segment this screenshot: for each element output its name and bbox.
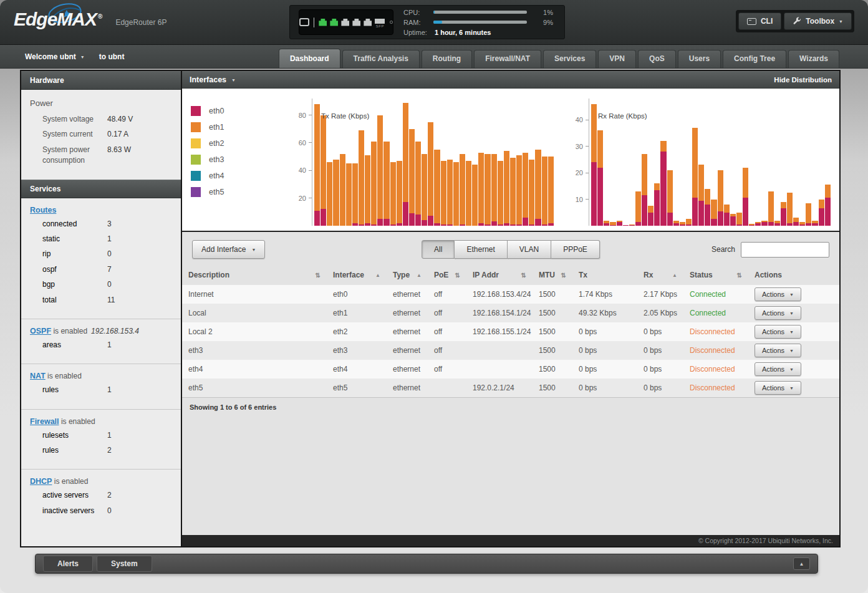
actions-button[interactable]: Actions▼ [755,306,801,320]
sort-asc-icon[interactable]: ▲ [375,272,380,278]
table-row-eth3: eth3eth3ethernetoff15000 bps0 bpsDisconn… [182,341,839,360]
sort-both-icon[interactable]: ⇅ [561,272,566,279]
cli-button[interactable]: CLI [738,12,781,30]
add-interface-button[interactable]: Add Interface ▼ [192,240,265,259]
eth0-segment [825,198,831,226]
table-row-eth2: Local 2eth2ethernetoff192.168.155.1/2415… [182,322,839,341]
welcome-menu[interactable]: Welcome ubnt ▼ to ubnt [25,52,124,61]
column-header-tx[interactable]: Tx [572,267,637,285]
column-header-description[interactable]: Description⇅ [182,267,327,285]
service-heading: OSPF is enabled192.168.153.4 [30,327,172,335]
filter-button-all[interactable]: All [422,240,455,259]
tab-routing[interactable]: Routing [422,50,472,68]
service-row-label: total [42,295,107,306]
actions-button[interactable]: Actions▼ [755,325,801,339]
dock-collapse-button[interactable]: ▲ [793,557,810,570]
chart-bar [371,99,377,226]
actions-cell: Actions▼ [748,322,839,341]
actions-button[interactable]: Actions▼ [755,362,801,376]
sort-both-icon[interactable]: ⇅ [521,272,526,279]
eth1-segment [660,141,666,152]
chart-bar [648,99,653,226]
filter-button-pppoe[interactable]: PPPoE [551,240,600,259]
tab-users[interactable]: Users [678,50,721,68]
service-heading: NAT is enabled [30,372,172,380]
power-row-label: System current [42,129,107,140]
toolbox-button[interactable]: Toolbox ▼ [784,12,852,30]
column-header-rx[interactable]: Rx▲ [637,267,683,285]
eth1-segment [806,203,811,223]
eth0-segment [498,224,503,226]
column-header-status[interactable]: Status⇅ [683,267,748,285]
tab-wizards[interactable]: Wizards [788,50,839,68]
status-badge: Connected [683,304,748,322]
tab-services[interactable]: Services [543,50,596,68]
tab-traffic-analysis[interactable]: Traffic Analysis [342,50,420,68]
actions-button[interactable]: Actions▼ [755,344,801,357]
tab-config-tree[interactable]: Config Tree [723,50,786,68]
service-row-value: 2 [107,490,112,501]
sort-both-icon[interactable]: ⇅ [316,272,321,279]
brand-logo: EdgeMAX® [14,9,102,30]
actions-button[interactable]: Actions▼ [755,287,801,301]
rx-cell: 0 bps [637,378,683,397]
eth3-swatch [191,155,201,165]
hide-distribution-link[interactable]: Hide Distribution [774,76,832,84]
mtu-cell: 1500 [533,285,572,304]
actions-button[interactable]: Actions▼ [755,381,801,395]
service-row: rules2 [30,445,172,456]
sort-asc-icon[interactable]: ▲ [417,272,422,278]
column-header-ip-addr[interactable]: IP Addr⇅ [466,267,533,285]
eth0-segment [698,201,704,226]
sort-both-icon[interactable]: ⇅ [737,272,742,279]
dock-tab-alerts[interactable]: Alerts [43,556,93,572]
firewall-link[interactable]: Firewall [30,417,59,426]
table-filler [182,417,839,535]
eth0-segment [642,195,647,226]
column-header-poe[interactable]: PoE⇅ [428,267,466,285]
chart-y-axis: 10203040 [567,99,589,226]
sort-both-icon[interactable]: ⇅ [455,272,460,279]
actions-label: Actions [762,291,784,298]
tab-firewall-nat[interactable]: Firewall/NAT [474,50,541,68]
bottom-dock: AlertsSystem ▲ [35,554,818,574]
sort-asc-icon[interactable]: ▲ [672,272,677,278]
column-header-type[interactable]: Type▲ [387,267,428,285]
eth1-segment [453,162,459,226]
dock-tab-system[interactable]: System [97,556,152,572]
tab-vpn[interactable]: VPN [598,50,636,68]
uptime-stat: Uptime: 1 hour, 6 minutes [403,29,556,36]
chevron-down-icon[interactable]: ▼ [231,78,236,82]
column-header-mtu[interactable]: MTU⇅ [533,267,572,285]
search-label: Search [711,245,735,254]
actions-label: Actions [762,328,784,335]
service-heading: DHCP is enabled [30,477,172,486]
tab-dashboard[interactable]: Dashboard [279,49,340,68]
dhcp-link[interactable]: DHCP [30,477,52,486]
routes-link[interactable]: Routes [30,206,56,215]
column-header-interface[interactable]: Interface▲ [327,267,387,285]
y-tick-20: 20 [299,195,312,202]
power-row-label: System voltage [42,114,107,125]
chevron-down-icon: ▼ [789,330,794,334]
service-block-dhcp: DHCP is enabledactive servers2inactive s… [21,469,181,529]
service-row-label: connected [42,219,107,229]
terminal-icon [747,18,756,25]
filter-button-ethernet[interactable]: Ethernet [455,240,507,259]
ospf-link[interactable]: OSPF [30,327,51,335]
sfp-label: SFP [376,24,384,28]
service-block-ospf: OSPF is enabled192.168.153.4areas1 [21,319,181,364]
y-tick-80: 80 [299,112,312,119]
tab-qos[interactable]: QoS [638,50,676,68]
main-nav-tabs: DashboardTraffic AnalysisRoutingFirewall… [279,49,839,68]
eth0-segment [447,224,453,226]
eth0-segment [460,224,465,226]
filter-button-vlan[interactable]: VLAN [508,240,551,259]
nat-link[interactable]: NAT [30,372,46,380]
column-header-actions[interactable]: Actions [748,267,839,285]
interfaces-title[interactable]: Interfaces [190,75,226,84]
search-input[interactable] [741,242,829,258]
eth1-segment [390,162,396,224]
ip-cell [466,345,533,355]
chart-bar [478,99,484,226]
